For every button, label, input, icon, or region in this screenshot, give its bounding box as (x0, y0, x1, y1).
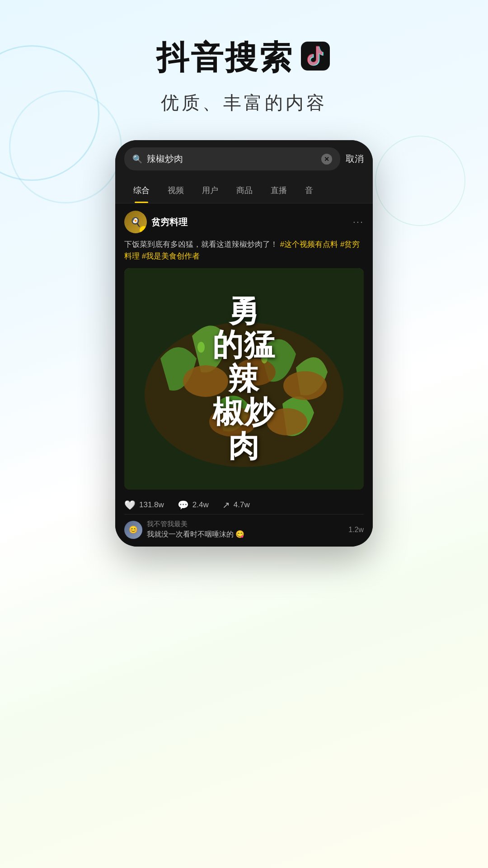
tabs-row: 综合 视频 用户 商品 直播 音 (115, 178, 373, 203)
phone-mockup: 🔍 辣椒炒肉 ✕ 取消 综合 视频 用户 商品 直播 音 (115, 140, 373, 547)
subtitle: 优质、丰富的内容 (0, 90, 488, 115)
comment-text-column: 我不管我最美 我就没一次看时不咽唾沫的 😋 (147, 520, 344, 539)
like-icon: 🤍 (124, 500, 136, 510)
app-title: 抖音搜索 (156, 36, 294, 80)
comments-count: 2.4w (192, 500, 209, 509)
comment-username: 我不管我最美 (147, 520, 344, 528)
post-description: 下饭菜到底有多凶猛，就看这道辣椒炒肉了！ #这个视频有点料 #贫穷料理 #我是美… (124, 239, 364, 262)
video-title-text: 勇的猛辣椒炒肉 (212, 294, 276, 463)
share-icon: ↗ (222, 500, 230, 510)
comment-body: 我就没一次看时不咽唾沫的 😋 (147, 530, 344, 539)
stat-comments[interactable]: 💬 2.4w (178, 500, 209, 510)
search-bar: 🔍 辣椒炒肉 ✕ 取消 (115, 140, 373, 178)
post-desc-text: 下饭菜到底有多凶猛，就看这道辣椒炒肉了！ (124, 240, 278, 249)
video-bg: 🤍 点赞较多 勇的猛辣椒炒肉 @贫穷料理 (124, 268, 364, 490)
tiktok-logo-icon (299, 42, 332, 74)
search-query-text: 辣椒炒肉 (147, 153, 317, 165)
search-input-wrap[interactable]: 🔍 辣椒炒肉 ✕ (124, 147, 340, 170)
content-area: 🍳 ✓ 贫穷料理 ··· 下饭菜到底有多凶猛，就看这道辣椒炒肉了！ #这个视频有… (115, 203, 373, 547)
comment-preview: 😊 我不管我最美 我就没一次看时不咽唾沫的 😋 1.2w (124, 514, 364, 539)
tab-视频[interactable]: 视频 (159, 178, 193, 203)
video-thumbnail[interactable]: 🤍 点赞较多 勇的猛辣椒炒肉 @贫穷料理 (124, 268, 364, 490)
likes-count: 131.8w (139, 500, 164, 509)
post-header: 🍳 ✓ 贫穷料理 ··· (124, 211, 364, 233)
tab-音[interactable]: 音 (296, 178, 322, 203)
video-title-overlay: 勇的猛辣椒炒肉 (124, 268, 364, 490)
tab-综合[interactable]: 综合 (124, 178, 159, 203)
stat-likes[interactable]: 🤍 131.8w (124, 500, 164, 510)
stats-row: 🤍 131.8w 💬 2.4w ↗ 4.7w (124, 496, 364, 514)
username: 贫穷料理 (151, 216, 188, 228)
title-row: 抖音搜索 (0, 36, 488, 80)
comment-avatar: 😊 (124, 521, 142, 539)
tab-商品[interactable]: 商品 (227, 178, 262, 203)
search-clear-button[interactable]: ✕ (321, 154, 332, 165)
search-icon: 🔍 (132, 154, 142, 164)
svg-rect-0 (301, 42, 330, 71)
tab-用户[interactable]: 用户 (193, 178, 227, 203)
post-user-info[interactable]: 🍳 ✓ 贫穷料理 (124, 211, 188, 233)
tab-直播[interactable]: 直播 (262, 178, 296, 203)
comment-count: 1.2w (348, 526, 364, 534)
header-area: 抖音搜索 优质、丰富的内容 (0, 0, 488, 115)
more-options-button[interactable]: ··· (353, 216, 364, 228)
bg-decoration-3 (375, 136, 465, 226)
comment-icon: 💬 (178, 500, 189, 510)
verified-badge: ✓ (140, 226, 147, 233)
search-cancel-button[interactable]: 取消 (346, 153, 364, 165)
stat-shares[interactable]: ↗ 4.7w (222, 500, 250, 510)
user-avatar: 🍳 ✓ (124, 211, 147, 233)
shares-count: 4.7w (234, 500, 250, 509)
hashtag-3[interactable]: #我是美食创作者 (142, 252, 200, 260)
hashtag-1[interactable]: #这个视频有点料 (280, 240, 338, 249)
